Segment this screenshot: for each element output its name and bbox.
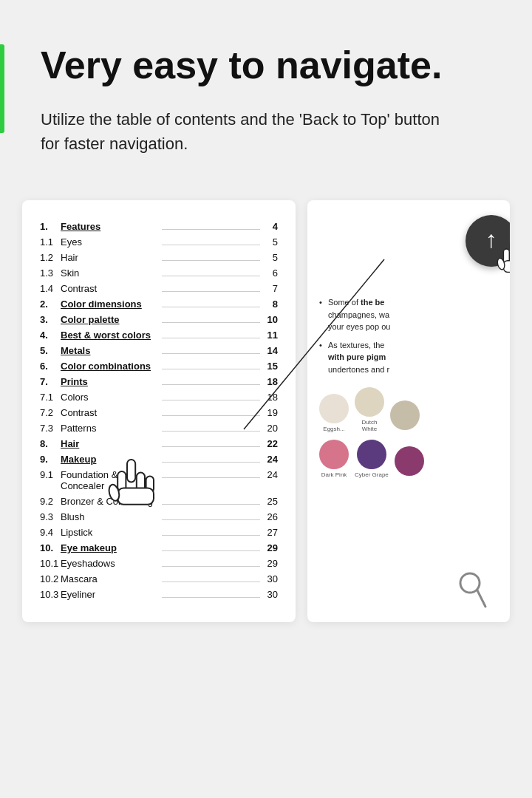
toc-item: 3.Color palette10: [40, 314, 278, 325]
toc-page: 5: [263, 236, 278, 248]
toc-label[interactable]: Contrast: [61, 407, 159, 418]
toc-dots: [162, 550, 260, 551]
toc-label[interactable]: Metals: [61, 345, 159, 356]
toc-num: 1.3: [40, 267, 61, 279]
toc-num: 2.: [40, 299, 61, 310]
swatch-circle: [355, 387, 384, 417]
toc-num: 3.: [40, 314, 61, 325]
toc-label[interactable]: Colors: [61, 392, 159, 403]
toc-page: 30: [263, 573, 278, 584]
toc-label[interactable]: Eye makeup: [61, 542, 159, 553]
toc-label[interactable]: Hair: [61, 252, 159, 263]
toc-page: 22: [263, 438, 278, 449]
right-panel-card: ↑ Some of the bechampagnes, wa: [307, 200, 510, 622]
swatch-purple: [395, 446, 424, 478]
toc-dots: [162, 307, 260, 307]
toc-item: 7.3Patterns20: [40, 423, 278, 434]
toc-num: 1.4: [40, 283, 61, 294]
toc-item: 6.Color combinations15: [40, 361, 278, 372]
toc-dots: [162, 431, 260, 432]
toc-page: 11: [263, 330, 278, 341]
toc-label[interactable]: Skin: [61, 267, 159, 279]
swatch-eggshell: Eggsh...: [319, 394, 349, 432]
toc-label[interactable]: Lipstick: [61, 527, 159, 538]
toc-dots: [162, 322, 260, 323]
up-button-container: ↑: [466, 215, 510, 267]
swatch-circle: [357, 440, 386, 469]
toc-label[interactable]: Eyeshadows: [61, 558, 159, 569]
toc-num: 10.2: [40, 573, 61, 584]
toc-page: 15: [263, 361, 278, 372]
toc-label[interactable]: Eyes: [61, 236, 159, 248]
accent-bar: [0, 44, 4, 133]
swatch-label: DutchWhite: [362, 419, 378, 432]
svg-rect-4: [117, 488, 154, 505]
toc-num: 9.3: [40, 511, 61, 522]
toc-page: 27: [263, 527, 278, 538]
swatch-circle: [395, 446, 424, 476]
swatch-label: Dark Pink: [321, 471, 347, 478]
button-cursor: [494, 239, 510, 283]
swatch-beige: [390, 400, 420, 432]
toc-item: 1.3Skin6: [40, 267, 278, 279]
toc-item: 4.Best & worst colors11: [40, 330, 278, 341]
toc-label[interactable]: Mascara: [61, 573, 159, 584]
toc-num: 6.: [40, 361, 61, 372]
toc-num: 10.3: [40, 589, 61, 600]
toc-num: 5.: [40, 345, 61, 356]
svg-line-14: [477, 590, 485, 607]
toc-num: 8.: [40, 438, 61, 449]
toc-page: 7: [263, 283, 278, 294]
toc-item: 10.3Eyeliner30: [40, 589, 278, 600]
toc-dots: [162, 446, 260, 447]
toc-dots: [162, 566, 260, 567]
swatch-dark-pink: Dark Pink: [319, 440, 349, 478]
toc-num: 9.2: [40, 496, 61, 507]
toc-item: 1.2Hair5: [40, 252, 278, 263]
toc-label[interactable]: Contrast: [61, 283, 159, 294]
toc-dots: [162, 291, 260, 292]
toc-card: 1.Features41.1Eyes51.2Hair51.3Skin61.4Co…: [22, 200, 296, 622]
subtitle: Utilize the table of contents and the 'B…: [41, 107, 454, 156]
toc-page: 14: [263, 345, 278, 356]
svg-rect-0: [127, 460, 135, 482]
swatch-label: Cyber Grape: [355, 471, 389, 478]
toc-label[interactable]: Hair: [61, 438, 159, 449]
swatch-row-1: Eggsh... DutchWhite: [319, 387, 498, 432]
toc-label[interactable]: Best & worst colors: [61, 330, 159, 341]
swatch-label: Eggsh...: [323, 426, 344, 432]
toc-item: 1.4Contrast7: [40, 283, 278, 294]
toc-num: 7.2: [40, 407, 61, 418]
cursor-hand-overlay: [103, 457, 163, 519]
toc-label[interactable]: Prints: [61, 376, 159, 387]
toc-page: 25: [263, 496, 278, 507]
cards-section: 1.Features41.1Eyes51.2Hair51.3Skin61.4Co…: [0, 178, 532, 622]
toc-dots: [162, 384, 260, 385]
toc-dots: [162, 229, 260, 230]
swatch-dutch-white: DutchWhite: [355, 387, 384, 432]
toc-dots: [162, 519, 260, 520]
magnifier-icon: [458, 571, 488, 615]
toc-page: 18: [263, 376, 278, 387]
toc-label[interactable]: Color palette: [61, 314, 159, 325]
toc-page: 24: [263, 454, 278, 465]
toc-num: 7.1: [40, 392, 61, 403]
toc-label[interactable]: Patterns: [61, 423, 159, 434]
toc-label[interactable]: Color dimensions: [61, 299, 159, 310]
toc-dots: [162, 400, 260, 400]
toc-label[interactable]: Features: [61, 221, 159, 232]
toc-item: 7.2Contrast19: [40, 407, 278, 418]
toc-num: 7.: [40, 376, 61, 387]
bullet-1: Some of the bechampagnes, wayour eyes po…: [319, 296, 498, 333]
toc-dots: [162, 338, 260, 338]
toc-item: 7.1Colors18: [40, 392, 278, 403]
toc-num: 10.: [40, 542, 61, 553]
toc-num: 9.4: [40, 527, 61, 538]
toc-item: 1.1Eyes5: [40, 236, 278, 248]
swatch-circle: [390, 400, 420, 430]
toc-label[interactable]: Eyeliner: [61, 589, 159, 600]
toc-page: 4: [263, 221, 278, 232]
toc-label[interactable]: Color combinations: [61, 361, 159, 372]
toc-dots: [162, 369, 260, 369]
toc-num: 10.1: [40, 558, 61, 569]
